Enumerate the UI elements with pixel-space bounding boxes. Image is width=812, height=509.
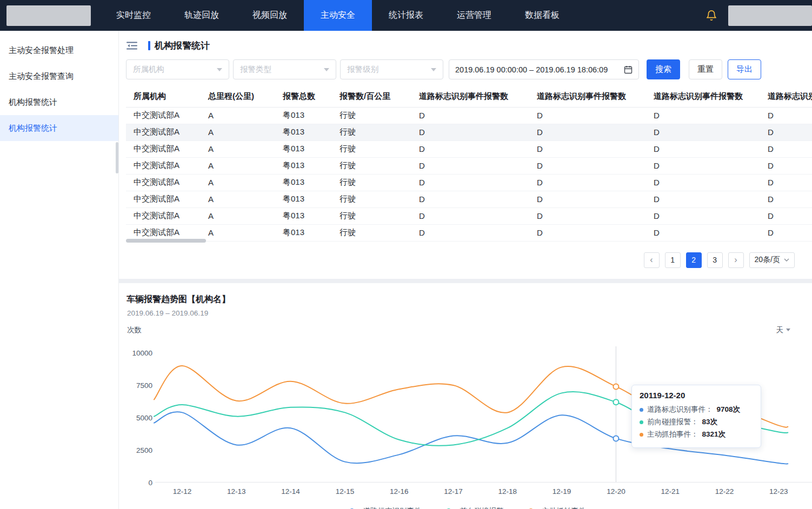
y-tick-label: 2500	[123, 446, 152, 454]
search-button[interactable]: 搜索	[647, 59, 680, 79]
legend-item-1[interactable]: 前向碰撞报警	[442, 506, 504, 509]
prev-page-button[interactable]: ‹	[644, 252, 660, 268]
table-horizontal-scrollbar[interactable]	[126, 239, 206, 243]
nav-item-0[interactable]: 实时监控	[99, 0, 168, 31]
menu-fold-icon[interactable]	[127, 41, 137, 50]
page-button-2[interactable]: 2	[686, 252, 702, 268]
stats-table-wrap: 所属机构总里程(公里)报警总数报警数/百公里道路标志识别事件报警数道路标志识别事…	[126, 86, 812, 242]
table-cell: 行驶	[332, 157, 411, 174]
nav-menu: 实时监控轨迹回放视频回放主动安全统计报表运营管理数据看板	[99, 0, 576, 31]
hover-marker-0	[613, 436, 618, 441]
table-row[interactable]: 中交测试部AA粤013行驶DDDD	[126, 157, 812, 174]
x-axis-labels: 12-1212-1312-1412-1512-1612-1712-1812-19…	[119, 487, 812, 499]
legend-item-0[interactable]: 道路标志识别事件	[345, 506, 422, 509]
page-button-3[interactable]: 3	[707, 252, 723, 268]
y-tick-label: 5000	[123, 414, 152, 422]
table-cell: 粤013	[275, 191, 332, 207]
sidebar-item-0[interactable]: 主动安全报警处理	[0, 37, 118, 63]
sidebar-scrollbar[interactable]	[116, 142, 118, 173]
x-tick-label: 12-22	[705, 487, 743, 495]
table-row[interactable]: 中交测试部AA粤013行驶DDDD	[126, 107, 812, 124]
table-cell: 中交测试部A	[126, 191, 201, 207]
trend-chart-section: 车辆报警趋势图【机构名】 2019.06.19 – 2019.06.19 次数 …	[119, 283, 812, 509]
stats-table: 所属机构总里程(公里)报警总数报警数/百公里道路标志识别事件报警数道路标志识别事…	[126, 86, 812, 242]
trend-chart[interactable]: 025005000750010000 20119-12-20 道路标志识别事件：…	[119, 339, 812, 483]
alarm-bell-icon[interactable]	[705, 10, 717, 22]
table-cell: 粤013	[275, 224, 332, 241]
table-cell: D	[760, 174, 812, 191]
table-cell: 粤013	[275, 174, 332, 191]
alarm-type-select[interactable]: 报警类型	[233, 59, 336, 79]
x-tick-label: 12-16	[380, 487, 418, 495]
chevron-down-icon	[431, 68, 436, 71]
nav-item-6[interactable]: 数据看板	[508, 0, 576, 31]
table-row[interactable]: 中交测试部AA粤013行驶DDDD	[126, 174, 812, 191]
chevron-down-icon	[217, 68, 222, 71]
page-size-value: 20条/页	[755, 255, 780, 265]
date-range-picker[interactable]: 2019.06.19 00:00:00 – 2019.06.19 18:06:0…	[449, 59, 639, 79]
title-accent-bar	[148, 41, 150, 50]
table-cell: 行驶	[332, 224, 411, 241]
chevron-down-icon	[786, 329, 790, 331]
table-cell: D	[760, 157, 812, 174]
nav-item-1[interactable]: 轨迹回放	[168, 0, 236, 31]
alarm-level-select[interactable]: 报警级别	[340, 59, 443, 79]
legend-item-2[interactable]: 主动抓拍事件	[524, 506, 586, 509]
sidebar-items: 主动安全报警处理主动安全报警查询机构报警统计机构报警统计	[0, 37, 118, 141]
legend-label: 道路标志识别事件	[363, 506, 422, 509]
nav-item-4[interactable]: 统计报表	[372, 0, 440, 31]
chevron-down-icon	[784, 258, 789, 262]
table-cell: D	[411, 224, 529, 241]
table-cell: 中交测试部A	[126, 107, 201, 124]
table-cell: D	[760, 107, 812, 124]
table-row[interactable]: 中交测试部AA粤013行驶DDDD	[126, 224, 812, 241]
nav-item-5[interactable]: 运营管理	[440, 0, 508, 31]
table-cell: 行驶	[332, 191, 411, 207]
page-button-1[interactable]: 1	[665, 252, 681, 268]
next-page-button[interactable]: ›	[728, 252, 744, 268]
table-cell: 中交测试部A	[126, 124, 201, 140]
page-title: 机构报警统计	[155, 39, 210, 52]
table-row[interactable]: 中交测试部AA粤013行驶DDDD	[126, 207, 812, 224]
table-cell: D	[411, 191, 529, 207]
table-row[interactable]: 中交测试部AA粤013行驶DDDD	[126, 140, 812, 157]
legend-label: 前向碰撞报警	[460, 506, 504, 509]
table-row[interactable]: 中交测试部AA粤013行驶DDDD	[126, 191, 812, 207]
table-cell: A	[201, 124, 275, 140]
reset-button[interactable]: 重置	[689, 59, 722, 79]
filter-bar: 所属机构 报警类型 报警级别 2019.06.19 00:00:00 – 201…	[126, 59, 812, 79]
column-header-6: 道路标志识别事件报警数	[646, 86, 760, 107]
sidebar-item-2[interactable]: 机构报警统计	[0, 89, 118, 115]
column-header-1: 总里程(公里)	[201, 86, 275, 107]
table-cell: 中交测试部A	[126, 174, 201, 191]
table-cell: D	[529, 107, 646, 124]
series-dot-icon	[640, 408, 643, 412]
logo-placeholder	[6, 5, 91, 26]
pagination: ‹ 123 › 20条/页	[119, 252, 795, 268]
x-tick-label: 12-20	[597, 487, 635, 495]
org-select[interactable]: 所属机构	[126, 59, 229, 79]
tooltip-rows: 道路标志识别事件： 9708次前向碰撞报警： 83次主动抓拍事件： 8321次	[640, 404, 753, 441]
x-tick-label: 12-17	[435, 487, 472, 495]
y-tick-label: 7500	[123, 381, 152, 390]
table-cell: 行驶	[332, 174, 411, 191]
time-granularity-select[interactable]: 天	[776, 325, 791, 335]
tooltip-value: 8321次	[702, 430, 726, 439]
series-dot-icon	[640, 420, 643, 424]
chevron-down-icon	[324, 68, 329, 71]
user-area-placeholder[interactable]	[728, 5, 812, 26]
table-cell: A	[201, 207, 275, 224]
table-cell: D	[646, 174, 760, 191]
x-tick-label: 12-15	[326, 487, 364, 495]
nav-item-2[interactable]: 视频回放	[236, 0, 304, 31]
table-row[interactable]: 中交测试部AA粤013行驶DDDD	[126, 124, 812, 140]
export-button[interactable]: 导出	[728, 59, 761, 79]
nav-item-3[interactable]: 主动安全	[304, 0, 372, 31]
table-cell: 粤013	[275, 157, 332, 174]
page-size-select[interactable]: 20条/页	[749, 252, 795, 268]
x-tick-label: 12-12	[163, 487, 201, 495]
granularity-value: 天	[776, 325, 784, 335]
sidebar-item-3[interactable]: 机构报警统计	[0, 115, 118, 141]
sidebar-item-1[interactable]: 主动安全报警查询	[0, 63, 118, 89]
column-header-5: 道路标志识别事件报警数	[529, 86, 646, 107]
